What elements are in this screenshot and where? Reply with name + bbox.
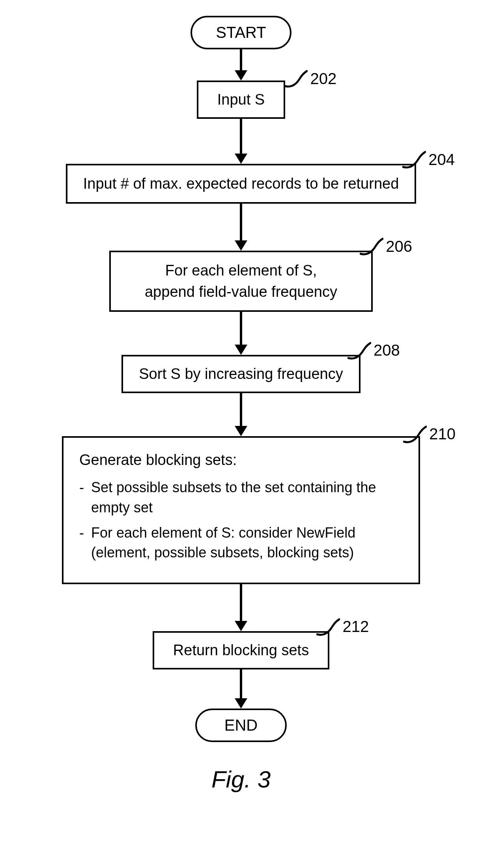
ref-202: 202 [284,69,336,88]
node-generate-heading: Generate blocking sets: [79,450,403,471]
node-generate-item-2: - For each element of S: consider NewFie… [79,523,403,563]
ref-208: 208 [347,341,400,360]
node-sort-s-label: Sort S by increasing frequency [121,355,361,393]
arrow [235,584,247,631]
node-input-max-records-label: Input # of max. expected records to be r… [66,164,416,204]
node-append-frequency-line1: For each element of S, [165,262,317,279]
ref-212: 212 [316,617,369,637]
node-input-max-records: Input # of max. expected records to be r… [66,164,416,204]
node-return-blocking-sets: Return blocking sets 212 [153,631,329,669]
node-return-blocking-sets-label: Return blocking sets [153,631,329,669]
node-sort-s: Sort S by increasing frequency 208 [121,355,361,393]
terminal-start: START [191,16,291,49]
arrow [235,204,247,251]
flowchart: START Input S 202 Input # of max. expect… [64,16,418,793]
arrow [235,119,247,164]
node-append-frequency-box: For each element of S, append field-valu… [109,251,373,311]
arrow [235,312,247,355]
node-generate-blocking-sets: Generate blocking sets: - Set possible s… [62,436,420,584]
ref-210: 210 [403,424,456,444]
figure-caption: Fig. 3 [211,766,271,793]
node-generate-item-1: - Set possible subsets to the set contai… [79,478,403,517]
ref-204: 204 [402,150,455,169]
node-append-frequency: For each element of S, append field-valu… [109,251,373,311]
node-input-s-label: Input S [197,81,285,119]
arrow [235,393,247,436]
node-append-frequency-line2: append field-value frequency [145,283,337,300]
arrow [235,669,247,709]
ref-206: 206 [360,236,412,256]
arrow [235,49,247,81]
node-input-s: Input S 202 [197,81,285,119]
terminal-start-label: START [191,16,291,49]
terminal-end: END [195,709,287,742]
terminal-end-label: END [195,709,287,742]
node-generate-blocking-sets-box: Generate blocking sets: - Set possible s… [62,436,420,584]
